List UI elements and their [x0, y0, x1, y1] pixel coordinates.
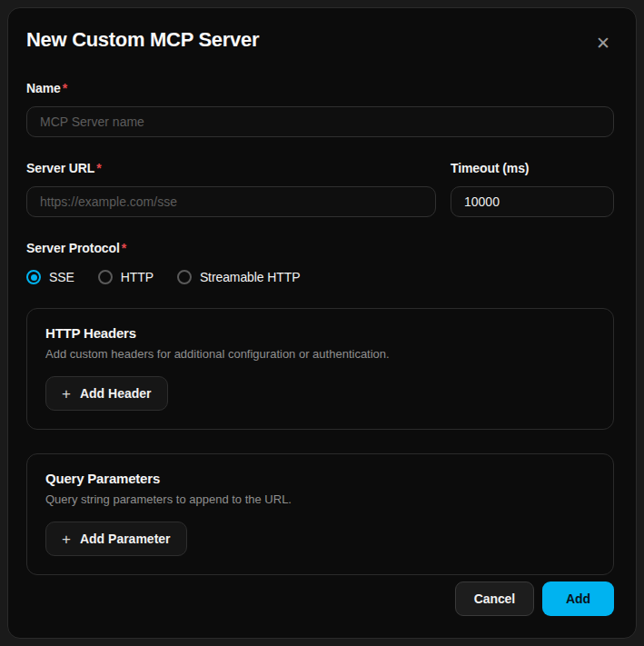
server-url-input[interactable]	[26, 186, 436, 217]
close-icon[interactable]: ✕	[592, 31, 614, 55]
url-timeout-row: Server URL* Timeout (ms)	[26, 161, 614, 217]
radio-streamable-http[interactable]: Streamable HTTP	[177, 270, 301, 284]
timeout-field-group: Timeout (ms)	[451, 161, 614, 217]
required-asterisk: *	[63, 81, 67, 95]
radio-sse-label: SSE	[49, 270, 74, 284]
server-protocol-label: Server Protocol*	[26, 241, 614, 255]
radio-http-label: HTTP	[121, 270, 154, 284]
protocol-field-group: Server Protocol* SSE HTTP Streamable HTT…	[26, 241, 614, 284]
radio-sse[interactable]: SSE	[26, 270, 74, 284]
protocol-radio-group: SSE HTTP Streamable HTTP	[26, 270, 614, 284]
timeout-input[interactable]	[451, 186, 614, 217]
add-parameter-button[interactable]: + Add Parameter	[45, 522, 187, 556]
dialog-header: New Custom MCP Server ✕	[26, 28, 614, 55]
radio-selected-icon	[26, 270, 41, 284]
server-url-label: Server URL*	[26, 161, 436, 175]
name-label: Name*	[26, 81, 614, 95]
radio-streamable-http-label: Streamable HTTP	[200, 270, 301, 284]
add-header-button[interactable]: + Add Header	[45, 376, 168, 411]
timeout-label: Timeout (ms)	[451, 161, 614, 175]
radio-unselected-icon	[177, 270, 192, 284]
new-custom-mcp-server-dialog: New Custom MCP Server ✕ Name* Server URL…	[7, 7, 637, 639]
http-headers-section: HTTP Headers Add custom headers for addi…	[26, 308, 614, 430]
query-parameters-description: Query string parameters to append to the…	[45, 492, 595, 506]
http-headers-title: HTTP Headers	[45, 325, 595, 341]
name-input[interactable]	[26, 106, 614, 137]
cancel-button[interactable]: Cancel	[455, 581, 534, 616]
dialog-title: New Custom MCP Server	[26, 28, 259, 52]
required-asterisk: *	[122, 241, 126, 255]
dialog-footer: Cancel Add	[26, 581, 614, 616]
add-parameter-button-label: Add Parameter	[80, 532, 171, 546]
add-button[interactable]: Add	[542, 581, 614, 616]
server-url-field-group: Server URL*	[26, 161, 436, 217]
add-header-button-label: Add Header	[80, 386, 152, 401]
name-field-group: Name*	[26, 81, 614, 137]
plus-icon: +	[62, 532, 71, 547]
required-asterisk: *	[96, 161, 101, 175]
plus-icon: +	[62, 386, 71, 402]
http-headers-description: Add custom headers for additional config…	[45, 347, 595, 361]
query-parameters-section: Query Parameters Query string parameters…	[26, 453, 614, 575]
radio-http[interactable]: HTTP	[98, 270, 154, 284]
radio-unselected-icon	[98, 270, 113, 284]
query-parameters-title: Query Parameters	[45, 471, 595, 486]
